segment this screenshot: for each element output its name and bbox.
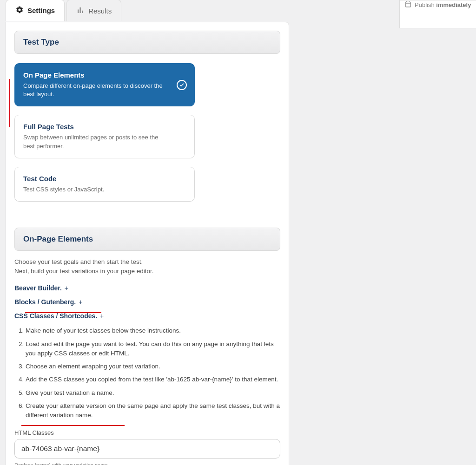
intro-text: Choose your test goals and then start th… [14,257,280,276]
builder-css-shortcodes[interactable]: CSS Classes / Shortcodes. + [14,312,280,320]
plus-icon: + [79,298,82,306]
gear-icon [15,6,24,15]
html-classes-hint: Replace {name} with your variation name [14,462,280,465]
html-classes-input[interactable] [14,439,280,458]
tabs-bar: Settings Results [6,0,476,21]
plus-icon: + [100,312,104,320]
tab-settings-label: Settings [27,7,55,14]
checkmark-icon [177,80,187,90]
test-type-desc: Compare different on-page elements to di… [23,82,163,98]
list-item: Choose an element wrapping your test var… [26,362,280,371]
list-item: Create your alternate version on the sam… [26,401,280,420]
test-type-title: Test Code [23,175,186,183]
plus-icon: + [65,284,68,292]
bar-chart-icon [76,6,85,16]
tab-results[interactable]: Results [66,0,121,21]
list-item: Make note of your test classes below the… [26,326,280,335]
html-classes-label: HTML Classes [14,429,280,436]
list-item: Load and edit the page you want to test.… [26,340,280,359]
tab-settings[interactable]: Settings [6,0,65,21]
test-type-title: Full Page Tests [23,123,186,131]
builder-beaver[interactable]: Beaver Builder. + [14,284,280,292]
list-item: Add the CSS classes you copied from the … [26,375,280,384]
list-item: Give your test variation a name. [26,388,280,398]
annotation-red-bar [9,79,10,127]
section-header-test-type: Test Type [14,31,280,54]
test-type-full-page-tests[interactable]: Full Page Tests Swap between unlimited p… [14,115,195,158]
test-type-title: On Page Elements [23,71,186,79]
main-panel: Test Type On Page Elements Compare diffe… [6,22,289,465]
section-header-on-page-elements: On-Page Elements [14,228,280,251]
test-type-list: On Page Elements Compare different on-pa… [6,54,289,219]
test-type-desc: Test CSS styles or JavaScript. [23,185,163,194]
annotation-red-underline [21,425,125,426]
builder-gutenberg[interactable]: Blocks / Gutenberg. + [14,298,280,306]
test-type-desc: Swap between unlimited pages or posts to… [23,133,163,150]
tab-results-label: Results [88,7,112,15]
steps-list: Make note of your test classes below the… [14,326,280,420]
test-type-test-code[interactable]: Test Code Test CSS styles or JavaScript. [14,167,195,202]
on-page-content: Choose your test goals and then start th… [6,251,289,465]
annotation-red-underline [25,312,101,313]
test-type-on-page-elements[interactable]: On Page Elements Compare different on-pa… [14,63,195,106]
